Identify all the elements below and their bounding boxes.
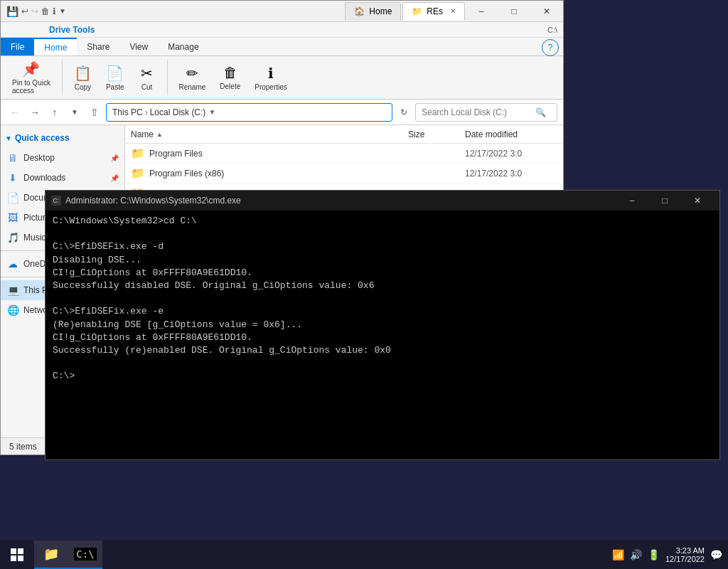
paste-icon: 📄 — [106, 65, 124, 82]
ribbon: File Home Share View Manage ? 📌 Pin to Q… — [1, 38, 563, 100]
cut-btn[interactable]: ✂ Cut — [133, 60, 161, 95]
downloads-pin: 📌 — [110, 174, 119, 182]
forward-button[interactable]: → — [26, 104, 43, 121]
taskbar-tray: 📶 🔊 🔋 3:23 AM 12/17/2022 💬 — [606, 546, 728, 563]
notification-icon[interactable]: 💬 — [710, 549, 722, 560]
col-header-name[interactable]: Name ▲ — [131, 129, 408, 139]
tab-res[interactable]: 📁 REs ✕ — [402, 2, 465, 21]
battery-tray-icon[interactable]: 🔋 — [648, 549, 660, 560]
delete-icon: 🗑 — [223, 65, 237, 81]
file-item-program-files-x86[interactable]: 📁 Program Files (x86) 12/17/2022 3:0 — [125, 164, 563, 184]
pin-icon: 📌 — [22, 60, 40, 78]
paste-btn[interactable]: 📄 Paste — [100, 60, 130, 95]
ribbon-tab-view[interactable]: View — [119, 38, 158, 55]
tab-res-icon: 📁 — [412, 6, 422, 16]
properties-btn[interactable]: ℹ Properties — [249, 60, 293, 95]
tab-res-close[interactable]: ✕ — [450, 7, 456, 15]
tab-res-label: REs — [427, 6, 443, 16]
quick-access-arrow: ▼ — [5, 134, 12, 142]
sidebar-item-desktop[interactable]: 🖥 Desktop 📌 — [1, 148, 124, 168]
path-dropdown-arrow[interactable]: ▼ — [208, 108, 215, 116]
tab-home-label: Home — [369, 6, 392, 16]
network-tray-icon[interactable]: 📶 — [612, 549, 624, 560]
cmd-minimize-button[interactable]: – — [616, 191, 648, 211]
taskbar-cmd[interactable]: C:\ — [68, 541, 102, 569]
back-button[interactable]: ← — [6, 104, 23, 121]
network-icon: 🌐 — [6, 304, 19, 316]
taskbar-file-explorer[interactable]: 📁 — [34, 541, 68, 569]
svg-rect-3 — [18, 555, 23, 561]
taskbar-clock[interactable]: 3:23 AM 12/17/2022 — [665, 546, 705, 563]
svg-rect-1 — [18, 548, 23, 554]
explorer-title-bar: 💾 ↩ ↪ 🗑 ℹ ▼ 🏠 Home 📁 REs ✕ – □ ✕ — [1, 1, 563, 22]
address-path[interactable]: This PC › Local Disk (C:) ▼ — [106, 103, 392, 122]
title-bar-tabs: 🏠 Home 📁 REs ✕ — [345, 2, 465, 21]
copy-btn[interactable]: 📋 Copy — [68, 60, 97, 95]
thispc-icon: 💻 — [6, 284, 19, 296]
delete-label: Delete — [220, 83, 240, 90]
file-item-program-files[interactable]: 📁 Program Files 12/17/2022 3:0 — [125, 144, 563, 164]
copy-icon: 📋 — [74, 65, 92, 82]
taskbar: 📁 C:\ 📶 🔊 🔋 3:23 AM 12/17/2022 💬 — [0, 541, 728, 569]
file-explorer-icon: 📁 — [43, 546, 59, 562]
ribbon-tab-file[interactable]: File — [1, 38, 34, 55]
cmd-taskbar-icon: C:\ — [74, 548, 96, 560]
folder-icon: 📁 — [131, 147, 145, 160]
rename-btn[interactable]: ✏ Rename — [173, 60, 212, 95]
minimize-button[interactable]: – — [465, 1, 498, 22]
drive-tools-label: Drive Tools — [6, 25, 95, 35]
cmd-window: C: Administrator: C:\Windows\System32\cm… — [45, 190, 720, 460]
cmd-body[interactable]: C:\Windows\System32>cd C:\ C:\>EfiDSEFix… — [46, 211, 719, 459]
path-local-disk: Local Disk (C:) — [150, 107, 206, 117]
sidebar-desktop-label: Desktop — [23, 153, 106, 163]
ribbon-content: 📌 Pin to Quickaccess 📋 Copy 📄 Paste ✂ Cu… — [1, 56, 563, 99]
up-button[interactable]: ↑ — [46, 104, 63, 121]
pin-to-quick-access-btn[interactable]: 📌 Pin to Quickaccess — [6, 60, 56, 95]
quick-access-header[interactable]: ▼ Quick access — [1, 128, 124, 148]
cmd-title-text: Administrator: C:\Windows\System32\cmd.e… — [65, 196, 611, 206]
cmd-icon: C: — [51, 196, 61, 206]
date-display: 12/17/2022 — [665, 555, 705, 563]
title-bar-left: 💾 ↩ ↪ 🗑 ℹ ▼ — [1, 6, 345, 17]
rename-icon: ✏ — [186, 65, 198, 82]
dropdown-arrow-icon[interactable]: ▼ — [59, 7, 66, 15]
up-dir-button[interactable]: ⇧ — [86, 104, 103, 121]
delete-btn[interactable]: 🗑 Delete — [214, 60, 246, 95]
ribbon-tab-manage[interactable]: Manage — [158, 38, 208, 55]
separator-2 — [167, 60, 168, 95]
tab-home-icon: 🏠 — [354, 6, 365, 16]
sidebar-item-downloads[interactable]: ⬇ Downloads 📌 — [1, 168, 124, 188]
separator-1 — [62, 60, 63, 95]
copy-label: Copy — [75, 83, 91, 91]
volume-tray-icon[interactable]: 🔊 — [630, 549, 642, 560]
cmd-maximize-button[interactable]: □ — [648, 191, 681, 211]
undo-icon: ↩ — [21, 6, 28, 16]
close-button[interactable]: ✕ — [530, 1, 563, 22]
svg-rect-0 — [11, 548, 16, 554]
documents-icon: 📄 — [6, 192, 19, 203]
folder-icon: 📁 — [131, 166, 145, 180]
onedrive-icon: ☁ — [6, 258, 19, 270]
title-bar-controls: – □ ✕ — [465, 1, 563, 22]
time-display: 3:23 AM — [676, 546, 705, 555]
help-button[interactable]: ? — [542, 39, 559, 56]
pictures-icon: 🖼 — [6, 212, 19, 223]
recent-button[interactable]: ▼ — [66, 104, 83, 121]
col-header-date[interactable]: Date modified — [465, 129, 557, 139]
refresh-button[interactable]: ↻ — [395, 104, 412, 121]
scissors-icon: ✂ — [141, 65, 153, 82]
tab-home[interactable]: 🏠 Home — [345, 2, 401, 21]
ribbon-tab-share[interactable]: Share — [77, 38, 119, 55]
file-name: Program Files (x86) — [149, 169, 408, 179]
search-box: 🔍 — [415, 103, 557, 122]
maximize-button[interactable]: □ — [498, 1, 530, 22]
start-button[interactable] — [0, 541, 34, 569]
cmd-close-button[interactable]: ✕ — [681, 191, 714, 211]
search-input[interactable] — [422, 107, 535, 117]
ribbon-tab-home[interactable]: Home — [34, 38, 77, 55]
path-arrow-1: › — [145, 107, 148, 117]
col-header-size[interactable]: Size — [408, 129, 465, 139]
drive-tools-bar: Drive Tools C:\ — [1, 22, 563, 38]
music-icon: 🎵 — [6, 232, 19, 243]
properties-icon: ℹ — [53, 6, 56, 16]
